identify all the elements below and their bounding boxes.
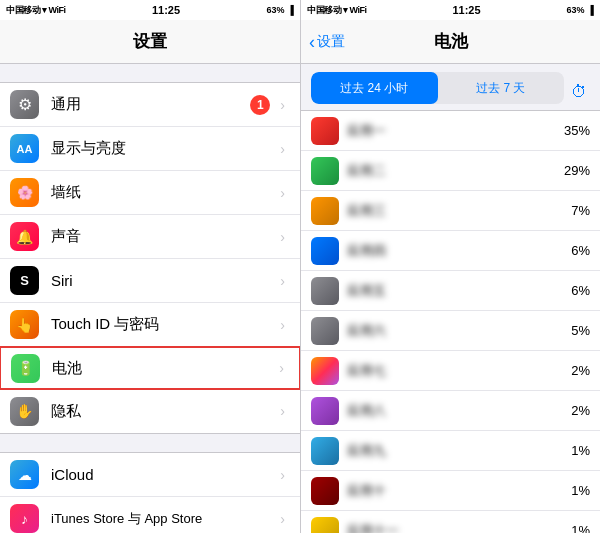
app-name-9: 应用九	[347, 442, 555, 460]
back-label: 设置	[317, 33, 345, 51]
app-percent-6: 5%	[555, 323, 590, 338]
app-icon-5	[311, 277, 339, 305]
app-name-2: 应用二	[347, 162, 555, 180]
label-bingzhi: 墙纸	[51, 183, 276, 202]
clock-button[interactable]: ⏱	[564, 77, 594, 107]
right-panel: 中国移动 ▾ WiFi 11:25 63% ▐ ‹ 设置 电池 过去 24 小时…	[300, 0, 600, 533]
app-percent-8: 2%	[555, 403, 590, 418]
app-icon-4	[311, 237, 339, 265]
app-name-4: 应用四	[347, 242, 555, 260]
left-status-bar: 中国移动 ▾ WiFi 11:25 63% ▐	[0, 0, 300, 20]
left-panel: 中国移动 ▾ WiFi 11:25 63% ▐ 设置 ⚙ 通用 1 › AA 显…	[0, 0, 300, 533]
left-settings-content: ⚙ 通用 1 › AA 显示与亮度 › 🌸 墙纸 › 🔔 声音 ›	[0, 64, 300, 533]
icon-shengyin: 🔔	[10, 222, 39, 251]
app-name-11: 应用十一	[347, 522, 555, 534]
battery-item-8: 应用八 2%	[301, 391, 600, 431]
label-touchid: Touch ID 与密码	[51, 315, 276, 334]
app-icon-6	[311, 317, 339, 345]
left-nav-title: 设置	[133, 30, 167, 53]
right-time: 11:25	[452, 4, 480, 16]
battery-item-10: 应用十 1%	[301, 471, 600, 511]
icon-icloud: ☁	[10, 460, 39, 489]
battery-list: 应用一 35% 应用二 29% 应用三 7% 应用四 6% 应用五 6% 应用六…	[301, 110, 600, 533]
label-xianshi: 显示与亮度	[51, 139, 276, 158]
chevron-dianci: ›	[279, 360, 284, 376]
battery-tabs-row: 过去 24 小时 过去 7 天 ⏱	[301, 64, 600, 110]
battery-item-1: 应用一 35%	[301, 111, 600, 151]
icon-itunes: ♪	[10, 504, 39, 533]
app-name-5: 应用五	[347, 282, 555, 300]
app-icon-2	[311, 157, 339, 185]
app-name-3: 应用三	[347, 202, 555, 220]
battery-item-2: 应用二 29%	[301, 151, 600, 191]
app-name-6: 应用六	[347, 322, 555, 340]
app-percent-11: 1%	[555, 523, 590, 533]
battery-item-11: 应用十一 1%	[301, 511, 600, 533]
left-carrier: 中国移动 ▾ WiFi	[6, 4, 65, 17]
right-right-icons: 63% ▐	[567, 5, 594, 15]
left-time: 11:25	[152, 4, 180, 16]
badge-tongyong: 1	[250, 95, 270, 115]
right-carrier: 中国移动 ▾ WiFi	[307, 4, 366, 17]
app-percent-2: 29%	[555, 163, 590, 178]
app-name-8: 应用八	[347, 402, 555, 420]
battery-item-9: 应用九 1%	[301, 431, 600, 471]
app-percent-5: 6%	[555, 283, 590, 298]
row-bingzhi[interactable]: 🌸 墙纸 ›	[0, 171, 300, 215]
app-name-1: 应用一	[347, 122, 555, 140]
label-icloud: iCloud	[51, 466, 276, 483]
row-icloud[interactable]: ☁ iCloud ›	[0, 453, 300, 497]
app-icon-7	[311, 357, 339, 385]
tab-24h[interactable]: 过去 24 小时	[311, 72, 438, 104]
icon-xianshi: AA	[10, 134, 39, 163]
app-icon-1	[311, 117, 339, 145]
icon-siri: S	[10, 266, 39, 295]
icon-tongyong: ⚙	[10, 90, 39, 119]
app-percent-3: 7%	[555, 203, 590, 218]
chevron-bingzhi: ›	[280, 185, 285, 201]
chevron-yinsi: ›	[280, 403, 285, 419]
app-icon-11	[311, 517, 339, 534]
tab-7d[interactable]: 过去 7 天	[438, 72, 565, 104]
label-yinsi: 隐私	[51, 402, 276, 421]
back-button[interactable]: ‹ 设置	[309, 33, 345, 51]
battery-item-7: 应用七 2%	[301, 351, 600, 391]
row-touchid[interactable]: 👆 Touch ID 与密码 ›	[0, 303, 300, 347]
chevron-icloud: ›	[280, 467, 285, 483]
chevron-itunes: ›	[280, 511, 285, 527]
right-nav-bar: ‹ 设置 电池	[301, 20, 600, 64]
app-icon-10	[311, 477, 339, 505]
row-tongyong[interactable]: ⚙ 通用 1 ›	[0, 83, 300, 127]
label-shengyin: 声音	[51, 227, 276, 246]
app-percent-10: 1%	[555, 483, 590, 498]
battery-tabs: 过去 24 小时 过去 7 天	[311, 72, 564, 104]
label-itunes: iTunes Store 与 App Store	[51, 510, 276, 528]
chevron-shengyin: ›	[280, 229, 285, 245]
row-yinsi[interactable]: ✋ 隐私 ›	[0, 389, 300, 433]
settings-group-2: ☁ iCloud › ♪ iTunes Store 与 App Store › …	[0, 452, 300, 533]
icon-dianci: 🔋	[11, 354, 40, 383]
row-shengyin[interactable]: 🔔 声音 ›	[0, 215, 300, 259]
app-percent-9: 1%	[555, 443, 590, 458]
row-xianshi[interactable]: AA 显示与亮度 ›	[0, 127, 300, 171]
chevron-touchid: ›	[280, 317, 285, 333]
battery-item-3: 应用三 7%	[301, 191, 600, 231]
right-status-bar: 中国移动 ▾ WiFi 11:25 63% ▐	[301, 0, 600, 20]
battery-item-6: 应用六 5%	[301, 311, 600, 351]
app-name-10: 应用十	[347, 482, 555, 500]
app-icon-9	[311, 437, 339, 465]
row-itunes[interactable]: ♪ iTunes Store 与 App Store ›	[0, 497, 300, 533]
app-percent-1: 35%	[555, 123, 590, 138]
label-tongyong: 通用	[51, 95, 250, 114]
label-dianci: 电池	[52, 359, 275, 378]
chevron-siri: ›	[280, 273, 285, 289]
row-siri[interactable]: S Siri ›	[0, 259, 300, 303]
label-siri: Siri	[51, 272, 276, 289]
right-nav-title: 电池	[434, 30, 468, 53]
app-percent-7: 2%	[555, 363, 590, 378]
row-dianci[interactable]: 🔋 电池 ›	[0, 346, 300, 390]
back-arrow-icon: ‹	[309, 33, 315, 51]
battery-item-4: 应用四 6%	[301, 231, 600, 271]
icon-touchid: 👆	[10, 310, 39, 339]
app-percent-4: 6%	[555, 243, 590, 258]
